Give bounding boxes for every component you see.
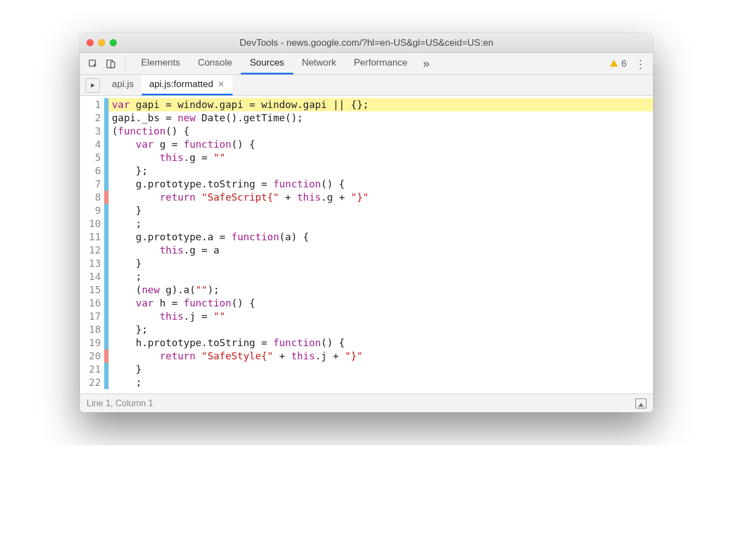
code-line[interactable]: var g = function() { — [109, 138, 653, 151]
close-window-icon[interactable] — [87, 39, 94, 46]
line-marker[interactable] — [104, 270, 109, 283]
line-marker[interactable] — [104, 164, 109, 177]
line-number[interactable]: 2 — [85, 111, 101, 125]
line-number[interactable]: 17 — [85, 310, 101, 323]
code-line[interactable]: ; — [109, 217, 653, 230]
warnings-badge[interactable]: 6 — [610, 58, 627, 69]
line-number[interactable]: 7 — [85, 177, 101, 191]
panel-tab-console[interactable]: Console — [189, 53, 241, 74]
line-marker[interactable] — [104, 98, 109, 111]
line-number[interactable]: 9 — [85, 204, 101, 217]
file-tab[interactable]: api.js — [104, 75, 142, 95]
panel-tab-performance[interactable]: Performance — [345, 53, 416, 74]
code-line[interactable]: this.j = "" — [109, 310, 653, 323]
fullscreen-window-icon[interactable] — [110, 39, 117, 46]
settings-menu-icon[interactable]: ⋮ — [633, 57, 648, 71]
breakpoint-gutter[interactable] — [104, 96, 109, 394]
code-line[interactable]: this.g = "" — [109, 151, 653, 164]
line-marker[interactable] — [104, 349, 109, 363]
line-marker[interactable] — [104, 138, 109, 151]
line-marker[interactable] — [104, 310, 109, 323]
line-number-gutter[interactable]: 12345678910111213141516171819202122 — [80, 96, 104, 394]
code-line[interactable]: g.prototype.toString = function() { — [109, 177, 653, 191]
devtools-window: DevTools - news.google.com/?hl=en-US&gl=… — [80, 33, 653, 412]
line-number[interactable]: 16 — [85, 297, 101, 310]
panel-tab-sources[interactable]: Sources — [241, 53, 293, 74]
line-marker[interactable] — [104, 323, 109, 336]
file-tabs: api.jsapi.js:formatted✕ — [104, 75, 233, 95]
line-marker[interactable] — [104, 191, 109, 204]
code-line[interactable]: }; — [109, 323, 653, 336]
code-line[interactable]: var h = function() { — [109, 297, 653, 310]
panel-tab-network[interactable]: Network — [293, 53, 345, 74]
line-marker[interactable] — [104, 336, 109, 349]
file-tab[interactable]: api.js:formatted✕ — [142, 75, 233, 95]
more-panels-icon[interactable]: » — [418, 56, 434, 72]
svg-rect-2 — [111, 62, 115, 68]
line-marker[interactable] — [104, 230, 109, 244]
code-line[interactable]: (function() { — [109, 125, 653, 138]
line-marker[interactable] — [104, 257, 109, 270]
file-tabstrip: api.jsapi.js:formatted✕ — [80, 75, 653, 96]
line-marker[interactable] — [104, 111, 109, 125]
line-number[interactable]: 20 — [85, 349, 101, 363]
line-marker[interactable] — [104, 297, 109, 310]
line-number[interactable]: 5 — [85, 151, 101, 164]
code-line[interactable]: h.prototype.toString = function() { — [109, 336, 653, 349]
code-line[interactable]: ; — [109, 270, 653, 283]
line-number[interactable]: 11 — [85, 230, 101, 244]
line-marker[interactable] — [104, 363, 109, 376]
line-number[interactable]: 8 — [85, 191, 101, 204]
close-icon[interactable]: ✕ — [218, 79, 225, 89]
line-number[interactable]: 4 — [85, 138, 101, 151]
inspect-element-icon[interactable] — [85, 56, 101, 72]
panel-tabstrip: ElementsConsoleSourcesNetworkPerformance… — [80, 53, 653, 75]
divider — [125, 58, 126, 70]
navigator-toggle-icon[interactable] — [85, 78, 100, 93]
line-marker[interactable] — [104, 244, 109, 257]
code-line[interactable]: return "SafeStyle{" + this.j + "}" — [109, 349, 653, 363]
line-number[interactable]: 6 — [85, 164, 101, 177]
line-number[interactable]: 14 — [85, 270, 101, 283]
line-number[interactable]: 22 — [85, 376, 101, 389]
code-line[interactable]: (new g).a(""); — [109, 283, 653, 297]
code-line[interactable]: } — [109, 204, 653, 217]
line-number[interactable]: 3 — [85, 125, 101, 138]
code-line[interactable]: gapi._bs = new Date().getTime(); — [109, 111, 653, 125]
line-marker[interactable] — [104, 125, 109, 138]
code-line[interactable]: } — [109, 363, 653, 376]
window-title: DevTools - news.google.com/?hl=en-US&gl=… — [80, 37, 653, 49]
statusbar: Line 1, Column 1 — [80, 394, 653, 412]
line-number[interactable]: 21 — [85, 363, 101, 376]
line-marker[interactable] — [104, 177, 109, 191]
code-line[interactable]: var gapi = window.gapi = window.gapi || … — [109, 98, 653, 111]
line-marker[interactable] — [104, 217, 109, 230]
line-number[interactable]: 19 — [85, 336, 101, 349]
cursor-position: Line 1, Column 1 — [87, 399, 153, 408]
code-line[interactable]: ; — [109, 376, 653, 389]
titlebar: DevTools - news.google.com/?hl=en-US&gl=… — [80, 33, 653, 53]
code-line[interactable]: }; — [109, 164, 653, 177]
line-number[interactable]: 15 — [85, 283, 101, 297]
code-line[interactable]: } — [109, 257, 653, 270]
code-line[interactable]: this.g = a — [109, 244, 653, 257]
code-line[interactable]: g.prototype.a = function(a) { — [109, 230, 653, 244]
panel-tab-elements[interactable]: Elements — [132, 53, 189, 74]
line-number[interactable]: 10 — [85, 217, 101, 230]
file-tab-label: api.js:formatted — [149, 79, 213, 90]
minimize-window-icon[interactable] — [98, 39, 105, 46]
line-number[interactable]: 12 — [85, 244, 101, 257]
source-editor[interactable]: 12345678910111213141516171819202122 var … — [80, 96, 653, 394]
code-area[interactable]: var gapi = window.gapi = window.gapi || … — [109, 96, 653, 394]
line-number[interactable]: 18 — [85, 323, 101, 336]
line-marker[interactable] — [104, 376, 109, 389]
line-marker[interactable] — [104, 151, 109, 164]
drawer-toggle-icon[interactable] — [635, 399, 646, 408]
device-toolbar-icon[interactable] — [103, 56, 118, 72]
code-line[interactable]: return "SafeScript{" + this.g + "}" — [109, 191, 653, 204]
panel-tabs: ElementsConsoleSourcesNetworkPerformance — [132, 53, 416, 74]
line-marker[interactable] — [104, 204, 109, 217]
line-number[interactable]: 13 — [85, 257, 101, 270]
line-marker[interactable] — [104, 283, 109, 297]
line-number[interactable]: 1 — [85, 98, 101, 111]
